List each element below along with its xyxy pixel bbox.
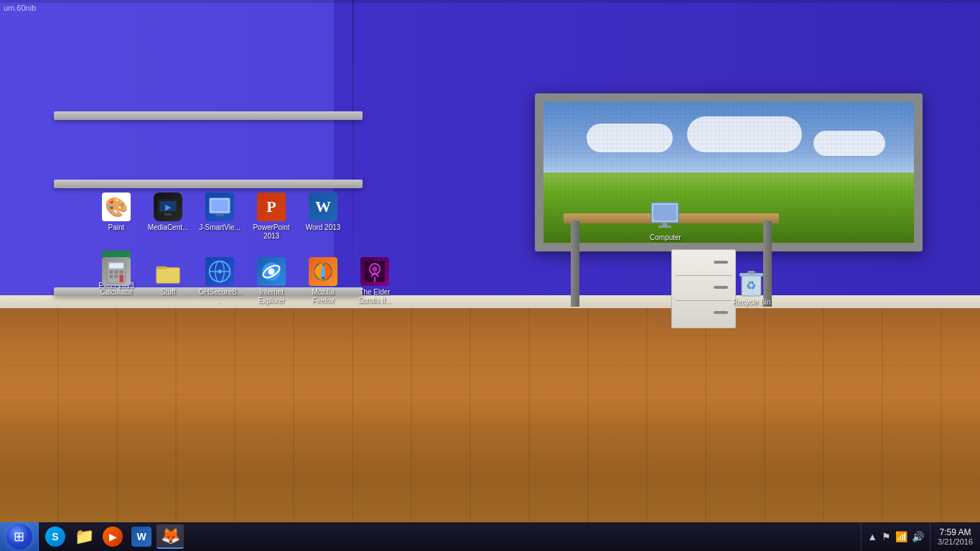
recycle-icon-label: Recycle Bin xyxy=(730,298,773,307)
svg-rect-9 xyxy=(109,270,113,274)
icon-paint[interactable]: 🎨Paint xyxy=(93,190,139,243)
svg-point-23 xyxy=(269,269,275,275)
show-hidden-icon[interactable]: ▲ xyxy=(867,531,877,542)
windows-logo-icon: ⊞ xyxy=(14,529,24,545)
cloud-1 xyxy=(587,124,673,152)
taskbar-firefox-active[interactable]: 🦊 xyxy=(157,524,184,549)
icon-stuff[interactable]: Stuff xyxy=(145,255,191,307)
explorer-icon: 📁 xyxy=(75,527,94,546)
icon-label-ohsecure: OHSecureB... xyxy=(198,288,241,305)
svg-rect-8 xyxy=(109,263,123,268)
taskbar-skype[interactable]: S xyxy=(42,524,69,549)
taskbar-systray: ▲ ⚑ 📶 🔊 xyxy=(861,522,930,551)
drawer-handle-1 xyxy=(714,261,728,264)
computer-desktop-icon[interactable]: Computer xyxy=(637,201,694,242)
svg-rect-11 xyxy=(120,270,123,274)
action-center-icon[interactable]: ⚑ xyxy=(882,531,891,542)
icon-img-powerpoint: P xyxy=(257,193,286,221)
computer-icon-label: Computer xyxy=(644,233,687,242)
icon-smartview[interactable]: J-SmartVie... xyxy=(197,190,243,243)
svg-rect-5 xyxy=(211,200,228,211)
icon-calculator[interactable]: Calculator xyxy=(93,255,139,307)
svg-rect-33 xyxy=(658,226,671,228)
icon-img-calculator xyxy=(102,257,131,286)
svg-text:♻: ♻ xyxy=(746,279,756,292)
icon-firefox[interactable]: Mozilla Firefox xyxy=(300,255,346,307)
svg-rect-31 xyxy=(653,205,676,221)
taskbar-explorer[interactable]: 📁 xyxy=(70,524,98,549)
svg-rect-14 xyxy=(120,275,123,282)
drawer-handle-3 xyxy=(714,311,728,314)
svg-point-20 xyxy=(218,269,221,273)
svg-text:▶: ▶ xyxy=(165,203,172,211)
svg-rect-6 xyxy=(216,213,224,216)
icon-label-stuff: Stuff xyxy=(146,288,190,297)
icon-label-firefox: Mozilla Firefox xyxy=(302,288,345,305)
taskbar-word[interactable]: W xyxy=(128,524,155,549)
icon-powerpoint[interactable]: PPowerPoint 2013 xyxy=(248,190,294,243)
shelf-2 xyxy=(54,180,363,188)
taskbar: ⊞ S 📁 ▶ W 🦊 ▲ ⚑ 📶 🔊 7:59 AM xyxy=(0,522,980,551)
taskbar-media-player[interactable]: ▶ xyxy=(99,524,126,549)
start-orb: ⊞ xyxy=(6,524,32,550)
desk-leg-left xyxy=(571,221,579,307)
floor xyxy=(0,307,980,522)
svg-rect-13 xyxy=(114,275,118,279)
svg-rect-16 xyxy=(157,267,167,269)
icon-label-calculator: Calculator xyxy=(95,288,138,297)
icon-word2013[interactable]: WWord 2013 xyxy=(300,190,346,243)
skype-icon: S xyxy=(45,527,65,547)
icon-img-firefox xyxy=(309,257,337,286)
clock-date: 3/21/2016 xyxy=(938,537,973,546)
icon-label-paint: Paint xyxy=(95,223,138,232)
svg-rect-15 xyxy=(157,268,179,284)
icon-img-elderscrolls xyxy=(360,257,389,286)
taskbar-quick-launch: S 📁 ▶ W 🦊 xyxy=(39,522,187,551)
network-icon[interactable]: 📶 xyxy=(895,531,907,542)
icon-img-smartview xyxy=(205,193,234,221)
icon-label-smartview: J-SmartVie... xyxy=(198,223,241,232)
svg-rect-36 xyxy=(747,271,755,274)
shelf-1 xyxy=(54,111,363,120)
start-button[interactable]: ⊞ xyxy=(0,522,39,551)
icon-img-paint: 🎨 xyxy=(102,193,131,221)
icon-img-stuff xyxy=(154,257,182,286)
icon-label-mediacenter: MediaCent... xyxy=(146,223,190,232)
icon-label-elderscrolls: The Elder Scrolls II... xyxy=(353,288,396,305)
icon-label-powerpoint: PowerPoint 2013 xyxy=(250,223,293,241)
media-player-icon: ▶ xyxy=(103,527,123,547)
icon-img-ohsecure xyxy=(205,257,234,286)
recycle-bin-desktop-icon[interactable]: ♻ Recycle Bin xyxy=(723,266,780,307)
firefox-taskbar-icon: 🦊 xyxy=(161,527,180,545)
clock-time: 7:59 AM xyxy=(940,527,971,537)
svg-point-28 xyxy=(372,267,377,272)
icon-ohsecure[interactable]: OHSecureB... xyxy=(197,255,243,307)
svg-rect-10 xyxy=(114,270,118,274)
icon-img-ie xyxy=(257,257,286,286)
svg-rect-12 xyxy=(109,275,113,279)
volume-icon[interactable]: 🔊 xyxy=(912,531,924,542)
desktop: um.60nib 🎨Paint▶MediaCent...J-SmartVie..… xyxy=(0,0,980,522)
icon-label-word2013: Word 2013 xyxy=(302,223,345,232)
icon-mediacenter[interactable]: ▶MediaCent... xyxy=(145,190,191,243)
recycle-icon-svg: ♻ xyxy=(737,266,766,298)
taskbar-clock[interactable]: 7:59 AM 3/21/2016 xyxy=(930,522,980,551)
computer-icon-svg xyxy=(648,201,683,233)
word-taskbar-icon: W xyxy=(131,527,151,547)
cloud-2 xyxy=(687,116,802,152)
svg-rect-3 xyxy=(164,213,172,216)
cloud-3 xyxy=(813,131,885,156)
top-left-label: um.60nib xyxy=(4,4,36,12)
icon-label-ie: Internet Explorer xyxy=(250,288,293,305)
icon-elderscrolls[interactable]: The Elder Scrolls II... xyxy=(352,255,398,307)
ceiling-edge xyxy=(0,0,980,3)
shelf-icons-row2: CalculatorStuffOHSecureB...Internet Expl… xyxy=(93,255,366,307)
icon-ie[interactable]: Internet Explorer xyxy=(248,255,294,307)
icon-img-word2013: W xyxy=(309,193,337,221)
icon-img-mediacenter: ▶ xyxy=(154,193,182,221)
